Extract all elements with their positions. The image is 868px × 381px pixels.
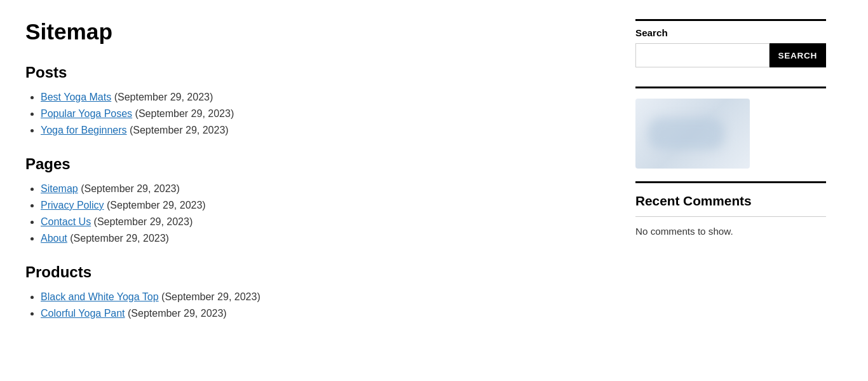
post-link-popular-yoga-poses[interactable]: Popular Yoga Poses	[41, 108, 132, 119]
section-posts: Posts Best Yoga Mats (September 29, 2023…	[25, 64, 597, 136]
section-products: Products Black and White Yoga Top (Septe…	[25, 263, 597, 319]
search-input[interactable]	[635, 43, 770, 67]
pages-list: Sitemap (September 29, 2023) Privacy Pol…	[25, 183, 597, 244]
page-link-contact-us[interactable]: Contact Us	[41, 216, 91, 227]
product-date: (September 29, 2023)	[161, 291, 261, 302]
list-item: Black and White Yoga Top (September 29, …	[41, 291, 597, 303]
posts-list: Best Yoga Mats (September 29, 2023) Popu…	[25, 92, 597, 136]
product-link-black-white-yoga-top[interactable]: Black and White Yoga Top	[41, 291, 159, 302]
post-link-yoga-for-beginners[interactable]: Yoga for Beginners	[41, 125, 127, 135]
sidebar-comments-divider	[635, 181, 826, 183]
sidebar: Search SEARCH Recent Comments No comment…	[635, 19, 826, 326]
page-link-about[interactable]: About	[41, 233, 67, 244]
product-link-colorful-yoga-pant[interactable]: Colorful Yoga Pant	[41, 308, 125, 319]
recent-comments-section: Recent Comments No comments to show.	[635, 193, 826, 237]
post-link-best-yoga-mats[interactable]: Best Yoga Mats	[41, 92, 111, 102]
search-button[interactable]: SEARCH	[770, 43, 826, 67]
list-item: Privacy Policy (September 29, 2023)	[41, 200, 597, 211]
search-form: SEARCH	[635, 43, 826, 67]
page-date: (September 29, 2023)	[70, 233, 169, 244]
sidebar-image-divider	[635, 87, 826, 88]
page-title: Sitemap	[25, 19, 597, 45]
products-section-title: Products	[25, 263, 597, 281]
page-wrapper: Sitemap Posts Best Yoga Mats (September …	[0, 0, 868, 345]
recent-comments-title: Recent Comments	[635, 193, 826, 209]
product-date: (September 29, 2023)	[128, 308, 227, 319]
products-list: Black and White Yoga Top (September 29, …	[25, 291, 597, 319]
page-date: (September 29, 2023)	[94, 216, 193, 227]
sidebar-image	[635, 99, 750, 169]
list-item: About (September 29, 2023)	[41, 233, 597, 244]
post-date: (September 29, 2023)	[130, 125, 229, 135]
page-date: (September 29, 2023)	[107, 200, 206, 211]
page-date: (September 29, 2023)	[81, 183, 180, 194]
section-pages: Pages Sitemap (September 29, 2023) Priva…	[25, 155, 597, 244]
pages-section-title: Pages	[25, 155, 597, 173]
list-item: Contact Us (September 29, 2023)	[41, 216, 597, 228]
post-date: (September 29, 2023)	[135, 108, 234, 119]
comments-thin-divider	[635, 216, 826, 217]
search-label: Search	[635, 27, 826, 38]
list-item: Popular Yoga Poses (September 29, 2023)	[41, 108, 597, 120]
list-item: Sitemap (September 29, 2023)	[41, 183, 597, 195]
posts-section-title: Posts	[25, 64, 597, 81]
main-content: Sitemap Posts Best Yoga Mats (September …	[25, 19, 597, 326]
page-link-sitemap[interactable]: Sitemap	[41, 183, 78, 194]
list-item: Yoga for Beginners (September 29, 2023)	[41, 125, 597, 136]
list-item: Best Yoga Mats (September 29, 2023)	[41, 92, 597, 103]
no-comments-text: No comments to show.	[635, 226, 826, 237]
post-date: (September 29, 2023)	[114, 92, 214, 102]
list-item: Colorful Yoga Pant (September 29, 2023)	[41, 308, 597, 319]
search-section: Search SEARCH	[635, 27, 826, 67]
sidebar-top-divider	[635, 19, 826, 21]
page-link-privacy-policy[interactable]: Privacy Policy	[41, 200, 104, 211]
